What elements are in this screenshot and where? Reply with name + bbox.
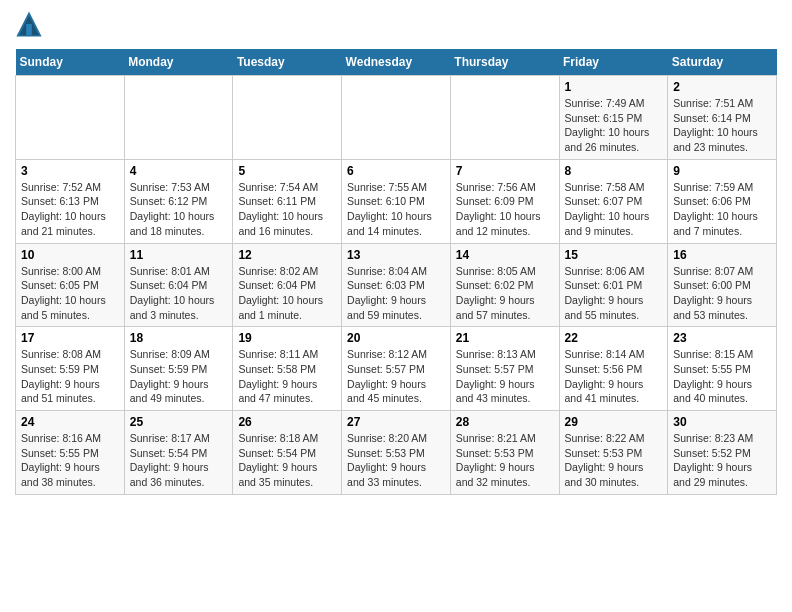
day-info: Sunrise: 8:02 AMSunset: 6:04 PMDaylight:… — [238, 264, 336, 323]
day-cell: 7Sunrise: 7:56 AMSunset: 6:09 PMDaylight… — [450, 159, 559, 243]
day-number: 4 — [130, 164, 228, 178]
day-info: Sunrise: 7:51 AMSunset: 6:14 PMDaylight:… — [673, 96, 771, 155]
day-info: Sunrise: 7:49 AMSunset: 6:15 PMDaylight:… — [565, 96, 663, 155]
day-cell: 12Sunrise: 8:02 AMSunset: 6:04 PMDayligh… — [233, 243, 342, 327]
day-number: 20 — [347, 331, 445, 345]
day-info: Sunrise: 7:53 AMSunset: 6:12 PMDaylight:… — [130, 180, 228, 239]
top-row — [15, 10, 777, 43]
day-cell: 26Sunrise: 8:18 AMSunset: 5:54 PMDayligh… — [233, 411, 342, 495]
day-info: Sunrise: 8:00 AMSunset: 6:05 PMDaylight:… — [21, 264, 119, 323]
col-header-saturday: Saturday — [668, 49, 777, 76]
day-info: Sunrise: 8:05 AMSunset: 6:02 PMDaylight:… — [456, 264, 554, 323]
col-header-thursday: Thursday — [450, 49, 559, 76]
day-cell: 17Sunrise: 8:08 AMSunset: 5:59 PMDayligh… — [16, 327, 125, 411]
day-number: 21 — [456, 331, 554, 345]
day-cell: 22Sunrise: 8:14 AMSunset: 5:56 PMDayligh… — [559, 327, 668, 411]
day-number: 11 — [130, 248, 228, 262]
day-number: 7 — [456, 164, 554, 178]
day-cell: 24Sunrise: 8:16 AMSunset: 5:55 PMDayligh… — [16, 411, 125, 495]
day-cell: 1Sunrise: 7:49 AMSunset: 6:15 PMDaylight… — [559, 76, 668, 160]
week-row-1: 1Sunrise: 7:49 AMSunset: 6:15 PMDaylight… — [16, 76, 777, 160]
day-number: 26 — [238, 415, 336, 429]
day-number: 14 — [456, 248, 554, 262]
logo — [15, 10, 45, 38]
header-row: SundayMondayTuesdayWednesdayThursdayFrid… — [16, 49, 777, 76]
day-info: Sunrise: 8:18 AMSunset: 5:54 PMDaylight:… — [238, 431, 336, 490]
day-info: Sunrise: 8:06 AMSunset: 6:01 PMDaylight:… — [565, 264, 663, 323]
day-cell: 21Sunrise: 8:13 AMSunset: 5:57 PMDayligh… — [450, 327, 559, 411]
day-info: Sunrise: 8:14 AMSunset: 5:56 PMDaylight:… — [565, 347, 663, 406]
day-number: 23 — [673, 331, 771, 345]
day-cell — [124, 76, 233, 160]
col-header-sunday: Sunday — [16, 49, 125, 76]
day-info: Sunrise: 8:09 AMSunset: 5:59 PMDaylight:… — [130, 347, 228, 406]
day-number: 10 — [21, 248, 119, 262]
calendar-table: SundayMondayTuesdayWednesdayThursdayFrid… — [15, 49, 777, 495]
day-number: 15 — [565, 248, 663, 262]
day-info: Sunrise: 8:01 AMSunset: 6:04 PMDaylight:… — [130, 264, 228, 323]
day-cell: 8Sunrise: 7:58 AMSunset: 6:07 PMDaylight… — [559, 159, 668, 243]
day-info: Sunrise: 7:54 AMSunset: 6:11 PMDaylight:… — [238, 180, 336, 239]
day-info: Sunrise: 8:21 AMSunset: 5:53 PMDaylight:… — [456, 431, 554, 490]
day-number: 5 — [238, 164, 336, 178]
day-cell — [16, 76, 125, 160]
day-info: Sunrise: 8:17 AMSunset: 5:54 PMDaylight:… — [130, 431, 228, 490]
day-info: Sunrise: 8:22 AMSunset: 5:53 PMDaylight:… — [565, 431, 663, 490]
day-cell: 4Sunrise: 7:53 AMSunset: 6:12 PMDaylight… — [124, 159, 233, 243]
day-number: 9 — [673, 164, 771, 178]
week-row-3: 10Sunrise: 8:00 AMSunset: 6:05 PMDayligh… — [16, 243, 777, 327]
col-header-wednesday: Wednesday — [342, 49, 451, 76]
day-number: 29 — [565, 415, 663, 429]
day-cell: 18Sunrise: 8:09 AMSunset: 5:59 PMDayligh… — [124, 327, 233, 411]
day-info: Sunrise: 8:13 AMSunset: 5:57 PMDaylight:… — [456, 347, 554, 406]
day-cell — [342, 76, 451, 160]
day-cell: 2Sunrise: 7:51 AMSunset: 6:14 PMDaylight… — [668, 76, 777, 160]
day-number: 8 — [565, 164, 663, 178]
day-info: Sunrise: 7:56 AMSunset: 6:09 PMDaylight:… — [456, 180, 554, 239]
day-info: Sunrise: 7:55 AMSunset: 6:10 PMDaylight:… — [347, 180, 445, 239]
day-cell: 13Sunrise: 8:04 AMSunset: 6:03 PMDayligh… — [342, 243, 451, 327]
day-cell: 6Sunrise: 7:55 AMSunset: 6:10 PMDaylight… — [342, 159, 451, 243]
day-number: 27 — [347, 415, 445, 429]
day-number: 18 — [130, 331, 228, 345]
day-info: Sunrise: 8:15 AMSunset: 5:55 PMDaylight:… — [673, 347, 771, 406]
logo-icon — [15, 10, 43, 38]
day-cell: 3Sunrise: 7:52 AMSunset: 6:13 PMDaylight… — [16, 159, 125, 243]
day-number: 12 — [238, 248, 336, 262]
day-cell: 23Sunrise: 8:15 AMSunset: 5:55 PMDayligh… — [668, 327, 777, 411]
day-cell: 27Sunrise: 8:20 AMSunset: 5:53 PMDayligh… — [342, 411, 451, 495]
day-info: Sunrise: 8:20 AMSunset: 5:53 PMDaylight:… — [347, 431, 445, 490]
day-number: 30 — [673, 415, 771, 429]
day-number: 6 — [347, 164, 445, 178]
day-number: 28 — [456, 415, 554, 429]
day-info: Sunrise: 8:16 AMSunset: 5:55 PMDaylight:… — [21, 431, 119, 490]
day-cell: 11Sunrise: 8:01 AMSunset: 6:04 PMDayligh… — [124, 243, 233, 327]
day-number: 2 — [673, 80, 771, 94]
day-info: Sunrise: 7:52 AMSunset: 6:13 PMDaylight:… — [21, 180, 119, 239]
day-info: Sunrise: 7:59 AMSunset: 6:06 PMDaylight:… — [673, 180, 771, 239]
day-info: Sunrise: 7:58 AMSunset: 6:07 PMDaylight:… — [565, 180, 663, 239]
day-cell: 15Sunrise: 8:06 AMSunset: 6:01 PMDayligh… — [559, 243, 668, 327]
svg-rect-2 — [26, 24, 32, 35]
day-cell: 10Sunrise: 8:00 AMSunset: 6:05 PMDayligh… — [16, 243, 125, 327]
day-cell — [450, 76, 559, 160]
day-cell: 20Sunrise: 8:12 AMSunset: 5:57 PMDayligh… — [342, 327, 451, 411]
day-info: Sunrise: 8:04 AMSunset: 6:03 PMDaylight:… — [347, 264, 445, 323]
col-header-tuesday: Tuesday — [233, 49, 342, 76]
day-cell — [233, 76, 342, 160]
day-number: 19 — [238, 331, 336, 345]
day-info: Sunrise: 8:08 AMSunset: 5:59 PMDaylight:… — [21, 347, 119, 406]
day-cell: 16Sunrise: 8:07 AMSunset: 6:00 PMDayligh… — [668, 243, 777, 327]
day-number: 17 — [21, 331, 119, 345]
day-info: Sunrise: 8:23 AMSunset: 5:52 PMDaylight:… — [673, 431, 771, 490]
day-cell: 5Sunrise: 7:54 AMSunset: 6:11 PMDaylight… — [233, 159, 342, 243]
day-cell: 29Sunrise: 8:22 AMSunset: 5:53 PMDayligh… — [559, 411, 668, 495]
col-header-friday: Friday — [559, 49, 668, 76]
day-number: 16 — [673, 248, 771, 262]
day-cell: 25Sunrise: 8:17 AMSunset: 5:54 PMDayligh… — [124, 411, 233, 495]
day-cell: 30Sunrise: 8:23 AMSunset: 5:52 PMDayligh… — [668, 411, 777, 495]
day-number: 3 — [21, 164, 119, 178]
day-info: Sunrise: 8:07 AMSunset: 6:00 PMDaylight:… — [673, 264, 771, 323]
day-info: Sunrise: 8:11 AMSunset: 5:58 PMDaylight:… — [238, 347, 336, 406]
day-cell: 14Sunrise: 8:05 AMSunset: 6:02 PMDayligh… — [450, 243, 559, 327]
